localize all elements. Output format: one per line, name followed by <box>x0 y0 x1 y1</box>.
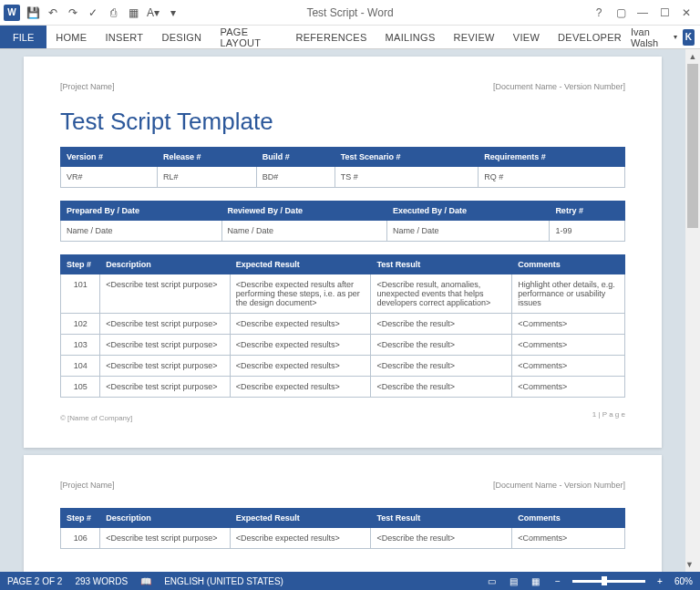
word-app-icon: W <box>4 5 20 21</box>
web-layout-icon[interactable]: ▦ <box>529 574 543 587</box>
document-name: [Document Name - Version Number] <box>493 82 625 91</box>
zoom-thumb[interactable] <box>602 576 607 585</box>
font-icon[interactable]: A▾ <box>146 5 160 20</box>
close-icon[interactable]: ✕ <box>680 6 693 19</box>
read-mode-icon[interactable]: ▭ <box>485 574 499 587</box>
tab-references[interactable]: REFERENCES <box>286 26 376 48</box>
tab-page-layout[interactable]: PAGE LAYOUT <box>211 26 286 48</box>
table-row[interactable]: 106<Describe test script purpose><Descri… <box>61 528 625 549</box>
status-proof-icon[interactable]: 📖 <box>140 576 151 586</box>
status-page[interactable]: PAGE 2 OF 2 <box>7 576 62 586</box>
page-number: 1 | P a g e <box>592 410 625 419</box>
user-badge: K <box>683 29 695 46</box>
spelling-icon[interactable]: ✓ <box>86 5 100 20</box>
th-reviewed: Reviewed By / Date <box>221 202 386 221</box>
redo-icon[interactable]: ↷ <box>66 5 80 20</box>
status-words[interactable]: 293 WORDS <box>75 576 128 586</box>
tab-home[interactable]: HOME <box>46 26 96 48</box>
table-row[interactable]: 101<Describe test script purpose><Descri… <box>61 274 625 314</box>
zoom-out-icon[interactable]: − <box>551 574 565 587</box>
tab-developer[interactable]: DEVELOPER <box>549 26 631 48</box>
scroll-down-icon[interactable]: ▼ <box>685 557 694 572</box>
tab-design[interactable]: DESIGN <box>152 26 211 48</box>
meta-table-1: Version # Release # Build # Test Scenari… <box>60 147 625 188</box>
document-name: [Document Name - Version Number] <box>493 481 625 490</box>
tableedit-icon[interactable]: ▦ <box>126 5 140 20</box>
zoom-in-icon[interactable]: + <box>653 574 667 587</box>
titlebar: W 💾 ↶ ↷ ✓ ⎙ ▦ A▾ ▾ Test Script - Word ? … <box>0 0 700 26</box>
meta-table-2: Prepared By / Date Reviewed By / Date Ex… <box>60 201 625 242</box>
window-title: Test Script - Word <box>306 6 393 19</box>
th-scenario: Test Scenario # <box>335 148 478 167</box>
th-executed: Executed By / Date <box>386 202 549 221</box>
table-row[interactable]: 105<Describe test script purpose><Descri… <box>61 377 625 398</box>
company-footer: © [Name of Company] <box>60 414 625 422</box>
tab-mailings[interactable]: MAILINGS <box>376 26 445 48</box>
zoom-slider[interactable] <box>572 580 645 583</box>
ribbon-options-icon[interactable]: ▢ <box>614 6 627 19</box>
scroll-up-icon[interactable]: ▲ <box>685 49 700 64</box>
th-retry: Retry # <box>550 202 625 221</box>
minimize-icon[interactable]: — <box>636 6 649 19</box>
print-layout-icon[interactable]: ▤ <box>507 574 521 587</box>
th-build: Build # <box>256 148 335 167</box>
table-row[interactable]: 102<Describe test script purpose><Descri… <box>61 314 625 335</box>
vertical-scrollbar[interactable]: ▲ ▼ <box>685 49 700 572</box>
page-2[interactable]: [Project Name] [Document Name - Version … <box>24 455 662 572</box>
user-menu[interactable]: Ivan Walsh ▾ K <box>631 26 700 48</box>
th-release: Release # <box>157 148 256 167</box>
table-row[interactable]: Name / Date Name / Date Name / Date 1-99 <box>61 221 625 242</box>
save-icon[interactable]: 💾 <box>26 5 40 20</box>
th-version: Version # <box>61 148 158 167</box>
help-icon[interactable]: ? <box>592 6 605 19</box>
file-tab[interactable]: FILE <box>0 26 46 48</box>
table-row[interactable]: 104<Describe test script purpose><Descri… <box>61 356 625 377</box>
status-language[interactable]: ENGLISH (UNITED STATES) <box>164 576 283 586</box>
tab-insert[interactable]: INSERT <box>96 26 152 48</box>
steps-table: Step # Description Expected Result Test … <box>60 508 625 549</box>
th-requirements: Requirements # <box>479 148 625 167</box>
undo-icon[interactable]: ↶ <box>46 5 60 20</box>
tab-view[interactable]: VIEW <box>504 26 549 48</box>
zoom-level[interactable]: 60% <box>674 576 693 586</box>
document-title: Test Script Template <box>60 108 625 136</box>
quickprint-icon[interactable]: ⎙ <box>106 5 120 20</box>
table-row[interactable]: 103<Describe test script purpose><Descri… <box>61 335 625 356</box>
qat-customize-icon[interactable]: ▾ <box>166 5 180 20</box>
th-prepared: Prepared By / Date <box>61 202 222 221</box>
maximize-icon[interactable]: ☐ <box>658 6 671 19</box>
ribbon: FILE HOME INSERT DESIGN PAGE LAYOUT REFE… <box>0 26 700 49</box>
status-bar: PAGE 2 OF 2 293 WORDS 📖 ENGLISH (UNITED … <box>0 572 700 590</box>
table-row[interactable]: VR# RL# BD# TS # RQ # <box>61 167 625 188</box>
page-1[interactable]: [Project Name] [Document Name - Version … <box>24 57 662 448</box>
steps-table: Step # Description Expected Result Test … <box>60 254 625 398</box>
tab-review[interactable]: REVIEW <box>445 26 504 48</box>
scroll-track[interactable] <box>685 64 700 557</box>
scroll-thumb[interactable] <box>687 64 698 228</box>
document-area: [Project Name] [Document Name - Version … <box>0 49 700 572</box>
user-name: Ivan Walsh <box>631 26 667 48</box>
